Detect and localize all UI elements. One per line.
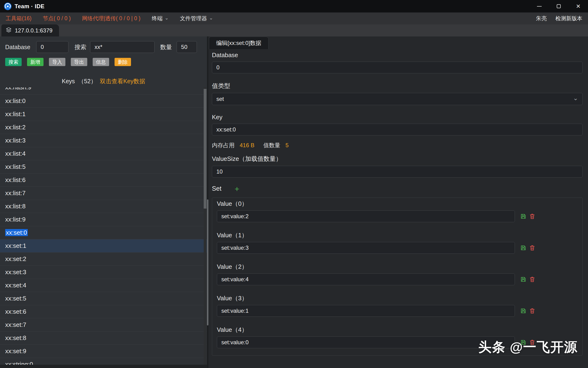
key-label: xx:list:8	[5, 203, 26, 210]
key-row[interactable]: xx:set:8	[0, 331, 207, 345]
key-row[interactable]: xx:list:4	[0, 147, 207, 160]
menu-item[interactable]: 节点( 0 / 0 )	[43, 15, 71, 22]
main-area: Database 搜索 数量 搜索新增导入导出信息删除 Keys （52） 双击…	[0, 37, 588, 368]
valuesize-input[interactable]	[212, 166, 583, 177]
delete-value-icon[interactable]	[529, 213, 535, 220]
key-row[interactable]: xx:set:6	[0, 305, 207, 318]
save-value-icon[interactable]	[520, 276, 527, 283]
connection-tabbar: 127.0.0.1:6379	[0, 24, 588, 37]
key-label: xx:list:3	[5, 137, 26, 144]
key-label: xx:set:6	[5, 308, 26, 315]
key-label: xx:list:5	[5, 163, 26, 170]
key-label: xx:set:4	[5, 282, 26, 289]
delete-value-icon[interactable]	[529, 276, 535, 283]
value-index-label: Value（3）	[217, 294, 582, 302]
count-input[interactable]	[177, 41, 197, 53]
action-button[interactable]: 新增	[27, 58, 44, 66]
key-row[interactable]: xx:set:0	[0, 226, 207, 239]
memory-usage-label: 内存占用	[212, 142, 235, 149]
key-row[interactable]: xx:set:7	[0, 318, 207, 331]
key-row[interactable]: xx:list:0	[0, 94, 207, 108]
key-row[interactable]: xx:set:1	[0, 239, 207, 253]
keys-toolbar: Database 搜索 数量	[0, 37, 207, 53]
editor-database-label: Database	[212, 52, 583, 59]
minimize-button[interactable]	[529, 0, 549, 12]
set-value-input[interactable]	[217, 211, 515, 222]
close-icon: ✕	[576, 3, 580, 10]
key-row[interactable]: xx:list:2	[0, 121, 207, 134]
maximize-icon	[557, 4, 561, 8]
key-row[interactable]: xx:list:5	[0, 160, 207, 174]
save-value-icon[interactable]	[520, 245, 527, 251]
horizontal-scrollbar-track[interactable]	[0, 365, 207, 368]
action-button[interactable]: 导入	[49, 58, 65, 66]
database-label: Database	[5, 44, 30, 51]
key-info-row: 内存占用 416 B 值数量 5	[212, 142, 583, 149]
set-value-input[interactable]	[217, 337, 515, 348]
app-title: Team · IDE	[15, 3, 45, 10]
count-label: 数量	[160, 43, 172, 51]
set-value-row	[217, 274, 582, 285]
menu-item[interactable]: 工具箱(16)	[6, 15, 31, 22]
app-logo-icon	[4, 2, 12, 10]
save-value-icon[interactable]	[520, 308, 527, 314]
set-section-label: Set	[212, 185, 221, 192]
key-row[interactable]: xx:set:2	[0, 253, 207, 266]
key-row[interactable]: xx:list:3	[0, 134, 207, 147]
keys-scrollbar-track[interactable]	[204, 87, 206, 365]
value-type-select[interactable]: set ⌄	[212, 93, 583, 105]
value-count-value: 5	[285, 142, 289, 149]
key-label: xx:set:9	[5, 348, 26, 355]
value-count-label: 值数量	[263, 142, 280, 149]
key-label: xx:hash:9	[5, 87, 31, 94]
menu-item[interactable]: 文件管理器⌄	[180, 15, 213, 22]
menu-item[interactable]: 朱亮	[536, 15, 547, 22]
search-input[interactable]	[90, 41, 155, 53]
delete-value-icon[interactable]	[529, 308, 535, 314]
key-row[interactable]: xx:list:1	[0, 108, 207, 121]
save-value-icon[interactable]	[520, 213, 527, 220]
editor-database-input[interactable]	[212, 62, 583, 73]
key-row[interactable]: xx:hash:9	[0, 87, 207, 94]
keys-scrollbar-thumb[interactable]	[204, 89, 206, 209]
key-row[interactable]: xx:list:7	[0, 187, 207, 200]
delete-value-icon[interactable]	[529, 245, 535, 251]
keys-header: Keys （52） 双击查看Key数据	[0, 77, 207, 85]
layers-icon	[6, 27, 12, 34]
set-value-input[interactable]	[217, 305, 515, 317]
key-row[interactable]: xx:set:9	[0, 345, 207, 358]
add-value-button[interactable]: +	[235, 185, 239, 192]
action-button[interactable]: 搜索	[5, 58, 22, 66]
menu-item[interactable]: 终端⌄	[152, 15, 169, 22]
chevron-down-icon: ⌄	[165, 17, 169, 19]
menu-item[interactable]: 检测新版本	[555, 15, 582, 22]
set-value-row	[217, 211, 582, 222]
action-button[interactable]: 导出	[71, 58, 87, 66]
set-value-input[interactable]	[217, 274, 515, 285]
key-row[interactable]: xx:set:5	[0, 292, 207, 305]
editor-form: Database 值类型 set ⌄ Key 内存占用 416 B 值数量 5 …	[208, 49, 588, 368]
key-row[interactable]: xx:set:4	[0, 279, 207, 292]
maximize-button[interactable]	[549, 0, 569, 12]
edit-key-tab[interactable]: 编辑[xx:set:0]数据	[209, 37, 269, 49]
app-window: Team · IDE ✕ 工具箱(16)节点( 0 / 0 )网络代理|透传( …	[0, 0, 588, 368]
key-row[interactable]: xx:set:3	[0, 266, 207, 279]
action-button[interactable]: 删除	[115, 58, 131, 66]
menu-item[interactable]: 网络代理|透传( 0 / 0 | 0 )	[82, 15, 140, 22]
key-field-label: Key	[212, 114, 583, 121]
set-value-row	[217, 242, 582, 254]
key-row[interactable]: xx:list:9	[0, 213, 207, 226]
menubar: 工具箱(16)节点( 0 / 0 )网络代理|透传( 0 / 0 | 0 )终端…	[0, 12, 588, 24]
value-type-label: 值类型	[212, 82, 583, 90]
key-label: xx:list:7	[5, 190, 26, 197]
value-index-label: Value（0）	[217, 200, 582, 208]
database-input[interactable]	[36, 41, 68, 53]
action-button[interactable]: 信息	[93, 58, 109, 66]
key-row[interactable]: xx:list:6	[0, 174, 207, 187]
key-row[interactable]: xx:list:8	[0, 200, 207, 213]
tab-connection[interactable]: 127.0.0.1:6379	[1, 24, 59, 37]
key-input[interactable]	[212, 124, 583, 135]
set-value-input[interactable]	[217, 242, 515, 254]
close-button[interactable]: ✕	[569, 0, 588, 12]
value-index-label: Value（4）	[217, 326, 582, 334]
